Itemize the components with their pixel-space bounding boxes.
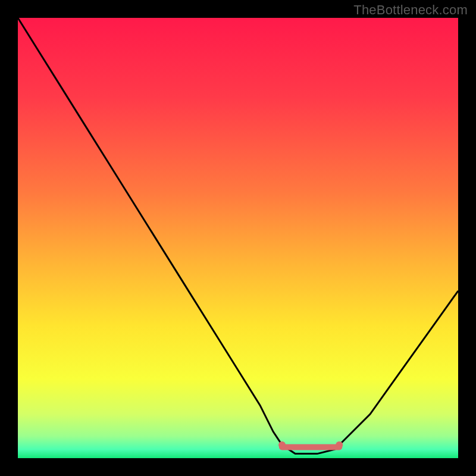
bottleneck-curve-svg xyxy=(18,18,458,458)
optimal-marker-left xyxy=(278,441,286,449)
watermark-text: TheBottleneck.com xyxy=(353,2,468,18)
bottleneck-curve xyxy=(18,18,458,454)
plot-frame xyxy=(18,18,458,458)
optimal-marker-right xyxy=(336,441,343,449)
